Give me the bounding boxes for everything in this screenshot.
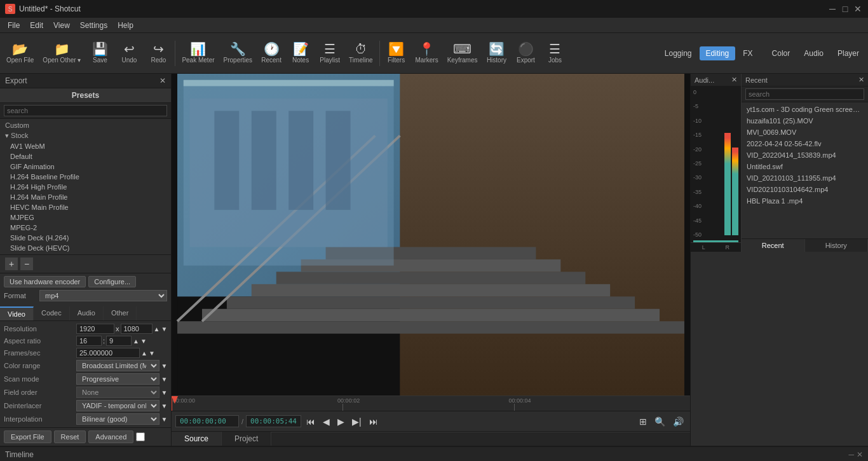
interpolation-select[interactable]: Bilinear (good) xyxy=(76,413,159,425)
audio-sub-button[interactable]: Audio xyxy=(797,46,830,60)
maximize-button[interactable]: □ xyxy=(840,4,850,14)
transport-to-end[interactable]: ⏭ xyxy=(367,415,381,428)
timeline-button[interactable]: ⏱ Timeline xyxy=(345,36,376,71)
field-order-select[interactable]: None xyxy=(76,387,159,398)
deinterlacer-arrow[interactable]: ▼ xyxy=(161,403,167,409)
menu-edit[interactable]: Edit xyxy=(25,20,48,31)
format-select[interactable]: mp4 xyxy=(39,290,167,301)
player-sub-button[interactable]: Player xyxy=(831,46,865,60)
audi-close[interactable]: ✕ xyxy=(731,76,737,84)
preset-item-h264-baseline[interactable]: H.264 Baseline Profile xyxy=(0,172,171,182)
recent-search-input[interactable] xyxy=(745,88,864,100)
export-checkbox[interactable] xyxy=(136,432,145,441)
aspect-arrow-up[interactable]: ▲ xyxy=(133,338,139,345)
tab-codec[interactable]: Codec xyxy=(34,306,70,320)
properties-button[interactable]: 🔧 Properties xyxy=(220,36,257,71)
filters-button[interactable]: 🔽 Filters xyxy=(383,36,410,71)
custom-preset-header[interactable]: Custom xyxy=(0,120,171,130)
fx-mode-button[interactable]: FX xyxy=(736,46,759,60)
remove-preset-button[interactable]: − xyxy=(20,258,33,270)
markers-button[interactable]: 📍 Markers xyxy=(412,36,442,71)
frames-input[interactable] xyxy=(76,348,140,358)
advanced-button[interactable]: Advanced xyxy=(88,430,133,443)
menu-help[interactable]: Help xyxy=(112,20,139,31)
res-arrow-up[interactable]: ▲ xyxy=(154,326,160,333)
transport-next-frame[interactable]: ▶| xyxy=(349,415,364,428)
preset-item-h264-high[interactable]: H.264 High Profile xyxy=(0,182,171,192)
stock-preset-header[interactable]: ▾ Stock xyxy=(0,130,171,141)
transport-to-start[interactable]: ⏮ xyxy=(304,415,318,428)
recent-item-5[interactable]: VID_20220414_153839.mp4 xyxy=(742,149,868,161)
menu-view[interactable]: View xyxy=(48,20,75,31)
menu-file[interactable]: File xyxy=(3,20,25,31)
recent-item-9[interactable]: HBL Plaza 1 .mp4 xyxy=(742,195,868,207)
open-other-button[interactable]: 📁 Open Other ▾ xyxy=(39,36,85,71)
transport-zoom-btn[interactable]: 🔍 xyxy=(652,415,668,428)
tab-audio[interactable]: Audio xyxy=(70,306,104,320)
recent-button[interactable]: 🕐 Recent xyxy=(257,36,285,71)
menu-settings[interactable]: Settings xyxy=(75,20,112,31)
field-order-arrow[interactable]: ▼ xyxy=(161,389,167,396)
recent-item-8[interactable]: VID20210103104642.mp4 xyxy=(742,184,868,195)
add-preset-button[interactable]: + xyxy=(5,258,18,270)
configure-button[interactable]: Configure... xyxy=(88,276,136,287)
export-button[interactable]: ⚫ Export xyxy=(512,36,539,71)
aspect-arrow-down[interactable]: ▼ xyxy=(140,338,147,345)
timeline-close-button[interactable]: ✕ xyxy=(857,450,863,459)
transport-prev-frame[interactable]: ◀ xyxy=(320,415,332,428)
res-arrow-down[interactable]: ▼ xyxy=(161,326,167,333)
jobs-button[interactable]: ☰ Jobs xyxy=(541,36,569,71)
preset-item-slide-hevc[interactable]: Slide Deck (HEVC) xyxy=(0,243,171,253)
resolution-height-input[interactable] xyxy=(121,324,153,334)
preset-item-gif[interactable]: GIF Animation xyxy=(0,162,171,172)
tab-other[interactable]: Other xyxy=(104,306,137,320)
tab-video[interactable]: Video xyxy=(0,306,34,320)
reset-button[interactable]: Reset xyxy=(54,430,86,443)
tab-history[interactable]: History xyxy=(805,239,869,252)
peak-meter-button[interactable]: 📊 Peak Meter xyxy=(178,36,218,71)
aspect-h-input[interactable] xyxy=(106,336,132,346)
recent-item-6[interactable]: Untitled.swf xyxy=(742,161,868,172)
redo-button[interactable]: ↪ Redo xyxy=(144,36,172,71)
tab-recent[interactable]: Recent xyxy=(742,239,805,252)
timecode-current[interactable] xyxy=(175,415,239,427)
preset-item-mpeg2[interactable]: MPEG-2 xyxy=(0,223,171,233)
preset-item-mjpeg[interactable]: MJPEG xyxy=(0,212,171,223)
history-button[interactable]: 🔄 History xyxy=(482,36,510,71)
notes-button[interactable]: 📝 Notes xyxy=(287,36,315,71)
transport-grid-btn[interactable]: ⊞ xyxy=(637,415,649,428)
presets-search-input[interactable] xyxy=(4,105,167,116)
frames-arrow-down[interactable]: ▼ xyxy=(149,350,155,357)
preset-item-h264-main[interactable]: H.264 Main Profile xyxy=(0,192,171,202)
deinterlacer-select[interactable]: YADIF - temporal only (good) xyxy=(76,400,159,411)
keyframes-button[interactable]: ⌨ Keyframes xyxy=(444,36,482,71)
recent-item-4[interactable]: 2022-04-24 02-56-42.flv xyxy=(742,138,868,149)
recent-item-2[interactable]: huzaifa101 (25).MOV xyxy=(742,115,868,127)
recent-close[interactable]: ✕ xyxy=(858,76,864,84)
recent-item-3[interactable]: MVI_0069.MOV xyxy=(742,127,868,138)
aspect-w-input[interactable] xyxy=(76,336,102,346)
transport-play-pause[interactable]: ▶ xyxy=(335,415,347,428)
preset-item-hevc[interactable]: HEVC Main Profile xyxy=(0,202,171,212)
scan-mode-select[interactable]: Progressive xyxy=(76,373,159,385)
minimize-button[interactable]: ─ xyxy=(827,4,837,14)
recent-item-1[interactable]: yt1s.com - 3D coding Green screen video_… xyxy=(742,104,868,115)
preset-item-default[interactable]: Default xyxy=(0,151,171,162)
playlist-button[interactable]: ☰ Playlist xyxy=(316,36,344,71)
color-sub-button[interactable]: Color xyxy=(766,46,797,60)
scan-mode-arrow[interactable]: ▼ xyxy=(161,376,167,383)
open-file-button[interactable]: 📂 Open File xyxy=(3,36,37,71)
logging-mode-button[interactable]: Logging xyxy=(658,46,698,60)
preset-item-av1[interactable]: AV1 WebM xyxy=(0,141,171,151)
tab-source[interactable]: Source xyxy=(172,432,222,446)
export-file-button[interactable]: Export File xyxy=(4,430,51,443)
recent-item-7[interactable]: VID_20210103_111955.mp4 xyxy=(742,172,868,184)
save-button[interactable]: 💾 Save xyxy=(86,36,114,71)
frames-arrow-up[interactable]: ▲ xyxy=(141,350,147,357)
tab-project[interactable]: Project xyxy=(222,432,271,446)
titlebar-controls[interactable]: ─ □ ✕ xyxy=(827,4,863,14)
color-range-arrow[interactable]: ▼ xyxy=(161,362,167,369)
editing-mode-button[interactable]: Editing xyxy=(700,46,736,60)
color-range-select[interactable]: Broadcast Limited (MPEG) xyxy=(76,360,159,371)
timeline-minimize-button[interactable]: ─ xyxy=(848,450,854,459)
